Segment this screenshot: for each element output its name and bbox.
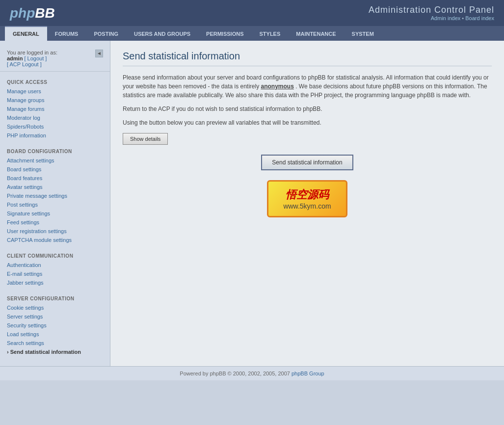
header: phpBB Administration Control Panel Admin… xyxy=(0,0,504,26)
show-details-button[interactable]: Show details xyxy=(123,133,168,145)
sidebar-item-authentication[interactable]: Authentication xyxy=(0,261,110,269)
sidebar-item-board-features[interactable]: Board features xyxy=(0,174,110,183)
username-label: admin xyxy=(7,55,23,61)
sidebar-item-php-information[interactable]: PHP information xyxy=(0,131,110,140)
content-area: Send statistical information Please send… xyxy=(110,41,504,366)
return-paragraph: Return to the ACP if you do not wish to … xyxy=(123,105,492,113)
sidebar-item-post-settings[interactable]: Post settings xyxy=(0,200,110,209)
section-server-configuration: SERVER CONFIGURATION Cookie settings Ser… xyxy=(0,292,110,356)
acp-logout-link[interactable]: [ ACP Logout ] xyxy=(7,61,42,67)
tab-styles[interactable]: STYLES xyxy=(251,26,288,41)
user-info: ◄ You are logged in as: admin [ Logout ]… xyxy=(0,46,110,72)
tab-general[interactable]: GENERAL xyxy=(5,26,47,41)
board-index-link[interactable]: Board index xyxy=(465,15,494,21)
sidebar: ◄ You are logged in as: admin [ Logout ]… xyxy=(0,41,110,366)
logout-link[interactable]: [ Logout ] xyxy=(24,55,47,61)
tab-maintenance[interactable]: MAINTENANCE xyxy=(288,26,344,41)
footer: Powered by phpBB © 2000, 2002, 2005, 200… xyxy=(0,366,504,380)
phpbb-group-link[interactable]: phpBB Group xyxy=(292,371,324,376)
footer-text: Powered by phpBB © 2000, 2002, 2005, 200… xyxy=(180,371,290,376)
header-right: Administration Control Panel Admin index… xyxy=(369,5,494,21)
sidebar-item-captcha-module-settings[interactable]: CAPTCHA module settings xyxy=(0,236,110,244)
logged-in-label: You are logged in as: xyxy=(7,50,103,55)
anonymous-text: anonymous xyxy=(261,83,294,90)
send-btn-container: Send statistical information xyxy=(123,155,492,170)
sidebar-item-email-settings[interactable]: E-mail settings xyxy=(0,269,110,278)
section-board-configuration: BOARD CONFIGURATION Attachment settings … xyxy=(0,145,110,244)
page-title: Send statistical information xyxy=(123,51,492,66)
sidebar-item-security-settings[interactable]: Security settings xyxy=(0,321,110,330)
sidebar-item-manage-forums[interactable]: Manage forums xyxy=(0,105,110,113)
section-quick-access: QUICK ACCESS Manage users Manage groups … xyxy=(0,76,110,140)
sidebar-item-server-settings[interactable]: Server settings xyxy=(0,312,110,321)
tab-users-groups[interactable]: USERS AND GROUPS xyxy=(126,26,198,41)
main: ◄ You are logged in as: admin [ Logout ]… xyxy=(0,41,504,366)
nav-tabs: GENERAL FORUMS POSTING USERS AND GROUPS … xyxy=(0,26,504,41)
sidebar-item-attachment-settings[interactable]: Attachment settings xyxy=(0,156,110,165)
sidebar-item-manage-groups[interactable]: Manage groups xyxy=(0,96,110,105)
section-client-communication: CLIENT COMMUNICATION Authentication E-ma… xyxy=(0,249,110,287)
admin-links: Admin index • Board index xyxy=(369,15,494,21)
sidebar-item-private-message-settings[interactable]: Private message settings xyxy=(0,191,110,200)
sidebar-item-feed-settings[interactable]: Feed settings xyxy=(0,218,110,227)
tab-forums[interactable]: FORUMS xyxy=(47,26,86,41)
show-details-container: Show details xyxy=(123,133,492,145)
watermark-container: 悟空源码 www.5kym.com xyxy=(123,180,492,217)
collapse-button[interactable]: ◄ xyxy=(95,50,103,57)
preview-paragraph: Using the button below you can preview a… xyxy=(123,118,492,127)
section-header-server-config: SERVER CONFIGURATION xyxy=(0,292,110,303)
sidebar-item-manage-users[interactable]: Manage users xyxy=(0,87,110,96)
section-header-board-config: BOARD CONFIGURATION xyxy=(0,145,110,156)
sidebar-item-spiders-robots[interactable]: Spiders/Robots xyxy=(0,122,110,131)
sidebar-item-search-settings[interactable]: Search settings xyxy=(0,339,110,347)
logo-php: php xyxy=(10,5,35,21)
sidebar-item-jabber-settings[interactable]: Jabber settings xyxy=(0,278,110,287)
sidebar-item-moderator-log[interactable]: Moderator log xyxy=(0,113,110,122)
sidebar-item-board-settings[interactable]: Board settings xyxy=(0,165,110,174)
send-statistical-button[interactable]: Send statistical information xyxy=(261,155,353,170)
watermark-line2: www.5kym.com xyxy=(283,202,331,210)
watermark-line1: 悟空源码 xyxy=(283,187,331,202)
sidebar-item-user-registration-settings[interactable]: User registration settings xyxy=(0,227,110,236)
admin-index-link[interactable]: Admin index xyxy=(431,15,461,21)
logo: phpBB xyxy=(10,5,55,21)
intro-paragraph: Please send information about your serve… xyxy=(123,73,492,100)
sidebar-item-send-statistical-information[interactable]: Send statistical information xyxy=(0,347,110,356)
section-header-quick-access: QUICK ACCESS xyxy=(0,76,110,87)
tab-posting[interactable]: POSTING xyxy=(86,26,126,41)
tab-system[interactable]: SYSTEM xyxy=(344,26,382,41)
sidebar-item-cookie-settings[interactable]: Cookie settings xyxy=(0,303,110,312)
tab-permissions[interactable]: PERMISSIONS xyxy=(198,26,251,41)
watermark-box: 悟空源码 www.5kym.com xyxy=(267,180,347,217)
panel-title: Administration Control Panel xyxy=(369,5,494,15)
sidebar-item-load-settings[interactable]: Load settings xyxy=(0,330,110,339)
logo-bb: BB xyxy=(35,5,54,21)
sidebar-item-signature-settings[interactable]: Signature settings xyxy=(0,209,110,218)
section-header-client-communication: CLIENT COMMUNICATION xyxy=(0,249,110,261)
sidebar-item-avatar-settings[interactable]: Avatar settings xyxy=(0,183,110,191)
